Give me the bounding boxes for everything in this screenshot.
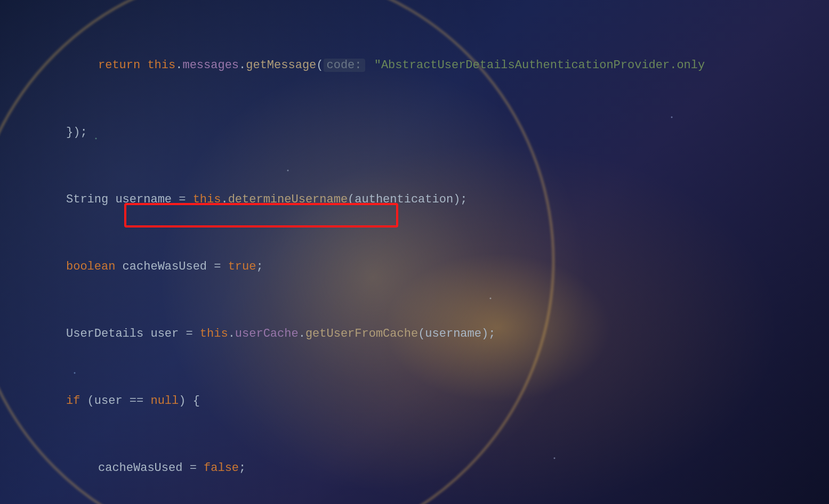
code-line[interactable]: boolean cacheWasUsed = true; <box>13 256 829 278</box>
keyword-return: return <box>98 59 140 72</box>
code-line[interactable]: cacheWasUsed = false; <box>13 457 829 479</box>
code-line[interactable]: }); <box>13 121 829 144</box>
code-line[interactable]: return this.messages.getMessage(code: "A… <box>13 54 829 77</box>
code-line[interactable]: UserDetails user = this.userCache.getUse… <box>13 323 829 345</box>
code-line[interactable]: String username = this.determineUsername… <box>13 189 829 211</box>
code-editor[interactable]: return this.messages.getMessage(code: "A… <box>13 0 829 504</box>
code-line[interactable]: if (user == null) { <box>13 390 829 412</box>
keyword-this: this <box>147 59 175 72</box>
param-hint: code: <box>324 59 365 72</box>
